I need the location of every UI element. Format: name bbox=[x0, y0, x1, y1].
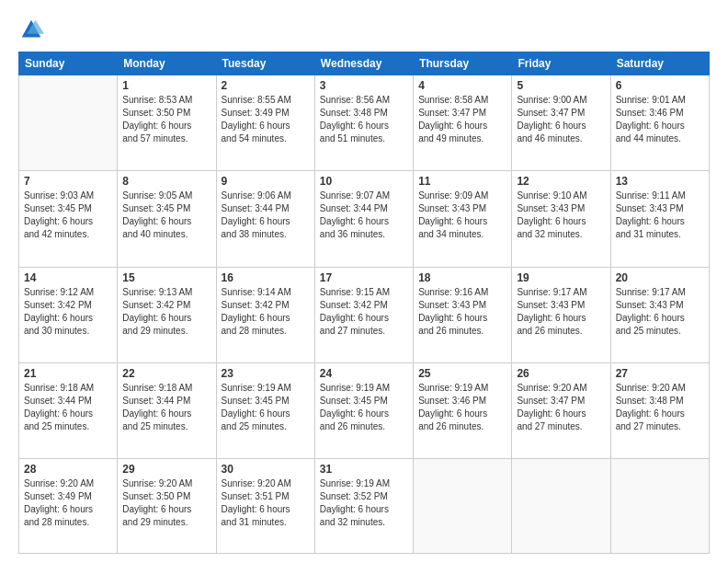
weekday-header-sunday: Sunday bbox=[19, 52, 118, 75]
calendar-cell: 31Sunrise: 9:19 AMSunset: 3:52 PMDayligh… bbox=[314, 459, 413, 554]
calendar-cell: 2Sunrise: 8:55 AMSunset: 3:49 PMDaylight… bbox=[216, 75, 314, 171]
day-number: 14 bbox=[24, 271, 112, 284]
calendar-cell: 3Sunrise: 8:56 AMSunset: 3:48 PMDaylight… bbox=[314, 75, 413, 171]
day-number: 18 bbox=[418, 271, 506, 284]
day-number: 20 bbox=[616, 271, 704, 284]
day-number: 5 bbox=[517, 79, 605, 92]
day-info: Sunrise: 9:06 AMSunset: 3:44 PMDaylight:… bbox=[222, 190, 310, 241]
calendar-cell: 16Sunrise: 9:14 AMSunset: 3:42 PMDayligh… bbox=[216, 267, 314, 362]
day-info: Sunrise: 9:17 AMSunset: 3:43 PMDaylight:… bbox=[616, 286, 704, 338]
week-row-1: 1Sunrise: 8:53 AMSunset: 3:50 PMDaylight… bbox=[19, 75, 710, 171]
week-row-2: 7Sunrise: 9:03 AMSunset: 3:45 PMDaylight… bbox=[19, 171, 710, 267]
day-number: 22 bbox=[122, 367, 210, 380]
day-number: 9 bbox=[222, 175, 310, 188]
calendar-cell: 15Sunrise: 9:13 AMSunset: 3:42 PMDayligh… bbox=[118, 267, 216, 362]
day-number: 4 bbox=[418, 79, 506, 92]
day-info: Sunrise: 9:01 AMSunset: 3:46 PMDaylight:… bbox=[616, 94, 704, 145]
calendar-cell: 13Sunrise: 9:11 AMSunset: 3:43 PMDayligh… bbox=[610, 171, 709, 267]
day-info: Sunrise: 9:20 AMSunset: 3:49 PMDaylight:… bbox=[24, 477, 112, 529]
day-info: Sunrise: 8:58 AMSunset: 3:47 PMDaylight:… bbox=[418, 94, 506, 145]
day-info: Sunrise: 9:17 AMSunset: 3:43 PMDaylight:… bbox=[517, 286, 605, 338]
weekday-header-monday: Monday bbox=[118, 52, 216, 75]
week-row-3: 14Sunrise: 9:12 AMSunset: 3:42 PMDayligh… bbox=[19, 267, 710, 362]
day-info: Sunrise: 8:56 AMSunset: 3:48 PMDaylight:… bbox=[320, 94, 408, 145]
day-info: Sunrise: 9:03 AMSunset: 3:45 PMDaylight:… bbox=[24, 190, 112, 241]
day-info: Sunrise: 9:00 AMSunset: 3:47 PMDaylight:… bbox=[517, 94, 605, 145]
calendar-cell: 12Sunrise: 9:10 AMSunset: 3:43 PMDayligh… bbox=[512, 171, 610, 267]
calendar-cell: 14Sunrise: 9:12 AMSunset: 3:42 PMDayligh… bbox=[19, 267, 118, 362]
calendar-cell: 23Sunrise: 9:19 AMSunset: 3:45 PMDayligh… bbox=[216, 362, 314, 458]
day-number: 15 bbox=[122, 271, 210, 284]
day-number: 2 bbox=[222, 79, 310, 92]
day-number: 13 bbox=[616, 175, 704, 188]
day-info: Sunrise: 9:05 AMSunset: 3:45 PMDaylight:… bbox=[122, 190, 210, 241]
week-row-4: 21Sunrise: 9:18 AMSunset: 3:44 PMDayligh… bbox=[19, 362, 710, 458]
calendar-cell: 26Sunrise: 9:20 AMSunset: 3:47 PMDayligh… bbox=[512, 362, 610, 458]
day-number: 10 bbox=[320, 175, 408, 188]
day-number: 25 bbox=[418, 367, 506, 380]
day-number: 28 bbox=[24, 463, 112, 476]
day-info: Sunrise: 9:18 AMSunset: 3:44 PMDaylight:… bbox=[122, 382, 210, 433]
calendar-cell: 4Sunrise: 8:58 AMSunset: 3:47 PMDaylight… bbox=[414, 75, 512, 171]
day-info: Sunrise: 9:20 AMSunset: 3:47 PMDaylight:… bbox=[517, 382, 605, 433]
day-info: Sunrise: 9:12 AMSunset: 3:42 PMDaylight:… bbox=[24, 286, 112, 338]
calendar-cell: 27Sunrise: 9:20 AMSunset: 3:48 PMDayligh… bbox=[610, 362, 709, 458]
day-info: Sunrise: 9:20 AMSunset: 3:48 PMDaylight:… bbox=[616, 382, 704, 433]
day-info: Sunrise: 9:15 AMSunset: 3:42 PMDaylight:… bbox=[320, 286, 408, 338]
day-number: 31 bbox=[320, 463, 408, 476]
calendar-cell bbox=[512, 459, 610, 554]
day-info: Sunrise: 8:55 AMSunset: 3:49 PMDaylight:… bbox=[222, 94, 310, 145]
day-number: 21 bbox=[24, 367, 112, 380]
day-info: Sunrise: 9:19 AMSunset: 3:46 PMDaylight:… bbox=[418, 382, 506, 433]
calendar-cell: 25Sunrise: 9:19 AMSunset: 3:46 PMDayligh… bbox=[414, 362, 512, 458]
day-info: Sunrise: 9:14 AMSunset: 3:42 PMDaylight:… bbox=[222, 286, 310, 338]
day-info: Sunrise: 9:11 AMSunset: 3:43 PMDaylight:… bbox=[616, 190, 704, 241]
calendar-cell: 1Sunrise: 8:53 AMSunset: 3:50 PMDaylight… bbox=[118, 75, 216, 171]
day-info: Sunrise: 9:09 AMSunset: 3:43 PMDaylight:… bbox=[418, 190, 506, 241]
day-info: Sunrise: 9:20 AMSunset: 3:50 PMDaylight:… bbox=[122, 477, 210, 529]
calendar-cell: 30Sunrise: 9:20 AMSunset: 3:51 PMDayligh… bbox=[216, 459, 314, 554]
day-number: 23 bbox=[222, 367, 310, 380]
calendar-cell: 8Sunrise: 9:05 AMSunset: 3:45 PMDaylight… bbox=[118, 171, 216, 267]
calendar-cell: 7Sunrise: 9:03 AMSunset: 3:45 PMDaylight… bbox=[19, 171, 118, 267]
day-info: Sunrise: 9:07 AMSunset: 3:44 PMDaylight:… bbox=[320, 190, 408, 241]
day-number: 29 bbox=[122, 463, 210, 476]
day-number: 1 bbox=[122, 79, 210, 92]
calendar-cell bbox=[414, 459, 512, 554]
calendar-cell: 21Sunrise: 9:18 AMSunset: 3:44 PMDayligh… bbox=[19, 362, 118, 458]
header bbox=[18, 17, 710, 42]
day-info: Sunrise: 9:10 AMSunset: 3:43 PMDaylight:… bbox=[517, 190, 605, 241]
calendar-table: SundayMondayTuesdayWednesdayThursdayFrid… bbox=[18, 52, 710, 554]
weekday-header-row: SundayMondayTuesdayWednesdayThursdayFrid… bbox=[19, 52, 710, 75]
calendar-cell: 17Sunrise: 9:15 AMSunset: 3:42 PMDayligh… bbox=[314, 267, 413, 362]
calendar-cell: 9Sunrise: 9:06 AMSunset: 3:44 PMDaylight… bbox=[216, 171, 314, 267]
day-number: 27 bbox=[616, 367, 704, 380]
calendar-cell: 10Sunrise: 9:07 AMSunset: 3:44 PMDayligh… bbox=[314, 171, 413, 267]
day-number: 17 bbox=[320, 271, 408, 284]
day-number: 6 bbox=[616, 79, 704, 92]
weekday-header-tuesday: Tuesday bbox=[216, 52, 314, 75]
page: SundayMondayTuesdayWednesdayThursdayFrid… bbox=[0, 0, 728, 563]
logo bbox=[18, 17, 48, 42]
weekday-header-thursday: Thursday bbox=[414, 52, 512, 75]
calendar-cell: 28Sunrise: 9:20 AMSunset: 3:49 PMDayligh… bbox=[19, 459, 118, 554]
calendar-cell bbox=[610, 459, 709, 554]
day-number: 7 bbox=[24, 175, 112, 188]
calendar-cell: 11Sunrise: 9:09 AMSunset: 3:43 PMDayligh… bbox=[414, 171, 512, 267]
day-number: 24 bbox=[320, 367, 408, 380]
calendar-cell bbox=[19, 75, 118, 171]
day-number: 3 bbox=[320, 79, 408, 92]
weekday-header-saturday: Saturday bbox=[610, 52, 709, 75]
day-info: Sunrise: 9:18 AMSunset: 3:44 PMDaylight:… bbox=[24, 382, 112, 433]
day-number: 12 bbox=[517, 175, 605, 188]
week-row-5: 28Sunrise: 9:20 AMSunset: 3:49 PMDayligh… bbox=[19, 459, 710, 554]
weekday-header-friday: Friday bbox=[512, 52, 610, 75]
day-number: 11 bbox=[418, 175, 506, 188]
day-info: Sunrise: 9:19 AMSunset: 3:45 PMDaylight:… bbox=[320, 382, 408, 433]
calendar-cell: 22Sunrise: 9:18 AMSunset: 3:44 PMDayligh… bbox=[118, 362, 216, 458]
calendar-cell: 6Sunrise: 9:01 AMSunset: 3:46 PMDaylight… bbox=[610, 75, 709, 171]
calendar-cell: 18Sunrise: 9:16 AMSunset: 3:43 PMDayligh… bbox=[414, 267, 512, 362]
calendar-cell: 5Sunrise: 9:00 AMSunset: 3:47 PMDaylight… bbox=[512, 75, 610, 171]
day-info: Sunrise: 9:19 AMSunset: 3:52 PMDaylight:… bbox=[320, 477, 408, 529]
day-info: Sunrise: 9:19 AMSunset: 3:45 PMDaylight:… bbox=[222, 382, 310, 433]
